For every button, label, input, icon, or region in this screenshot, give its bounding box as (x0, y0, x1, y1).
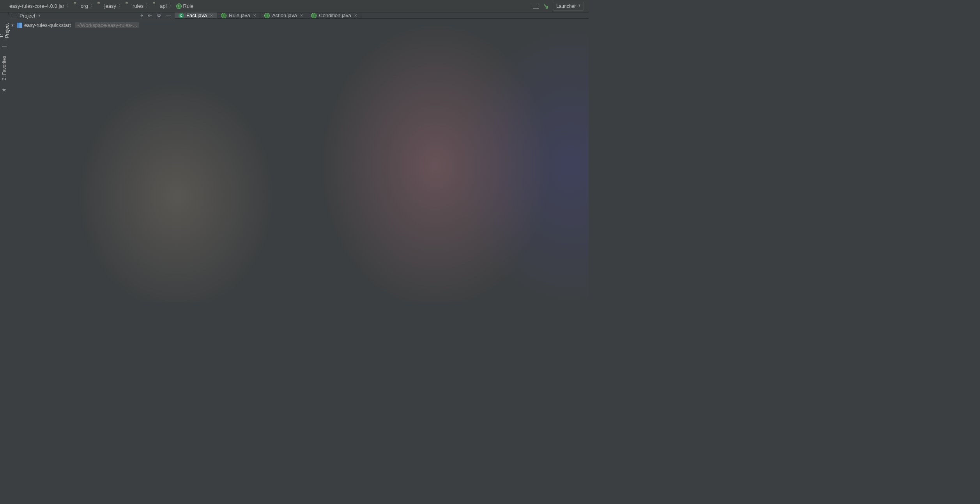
folder-icon (74, 4, 79, 9)
breadcrumb-bar: easy-rules-core-4.0.0.jar〉org〉jeasy〉rule… (0, 0, 589, 12)
layout-icon[interactable] (533, 4, 539, 9)
breadcrumb-item[interactable]: org (74, 3, 88, 9)
hide-icon[interactable]: — (166, 12, 171, 19)
editor-tab[interactable]: CFact.java× (175, 12, 217, 18)
folder-icon (153, 4, 158, 9)
breadcrumb-separator: 〉 (66, 2, 72, 10)
breadcrumb-label: jeasy (104, 3, 116, 9)
editor-tab[interactable]: ICondition.java× (307, 12, 361, 18)
close-icon[interactable]: × (300, 12, 303, 18)
breadcrumb-label: Rule (183, 3, 194, 9)
editor-tabs: CFact.java×IRule.java×IAction.java×ICond… (175, 12, 589, 19)
breadcrumb-separator: 〉 (90, 2, 96, 10)
project-view-icon (12, 13, 17, 18)
iface-icon: I (264, 13, 270, 18)
folder-icon (97, 4, 103, 9)
iface-icon: I (311, 13, 317, 18)
class-icon: C (179, 13, 184, 18)
gear-icon[interactable]: ⚙ (157, 12, 161, 19)
tab-label: Rule.java (229, 12, 250, 18)
project-tree[interactable]: ▼easy-rules-quickstart~/Workspace/easy-r… (9, 19, 174, 28)
expand-arrow-icon[interactable]: ▼ (10, 23, 15, 27)
editor-tab[interactable]: IRule.java× (217, 12, 260, 18)
breadcrumb-separator: 〉 (145, 2, 151, 10)
tab-label: Fact.java (186, 12, 207, 18)
breadcrumb-label: easy-rules-core-4.0.0.jar (9, 3, 64, 9)
tool-window-stripe-left: 1: Project 2: Favorites ★ (0, 12, 9, 15)
breadcrumb-item[interactable]: easy-rules-core-4.0.0.jar (2, 3, 64, 9)
breadcrumb-item[interactable]: rules (126, 3, 143, 9)
breadcrumb-separator: 〉 (118, 2, 124, 10)
breadcrumb-item[interactable]: IRule (176, 3, 194, 9)
close-icon[interactable]: × (354, 12, 357, 18)
tab-label: Action.java (272, 12, 297, 18)
breadcrumb-label: api (160, 3, 166, 9)
breadcrumb-item[interactable]: jeasy (97, 3, 116, 9)
tree-node[interactable]: ▼easy-rules-quickstart~/Workspace/easy-r… (9, 21, 174, 28)
tab-label: Condition.java (319, 12, 351, 18)
sidebar-title[interactable]: Project (19, 13, 35, 19)
iface-icon: I (176, 4, 182, 9)
tree-node-hint: ~/Workspace/easy-rules-… (75, 22, 139, 28)
breadcrumb-item[interactable]: api (153, 3, 166, 9)
jar-icon (2, 4, 8, 9)
stripe-tab-favorites[interactable]: 2: Favorites (1, 53, 8, 83)
collapse-icon[interactable]: ⇤ (148, 12, 152, 19)
chevron-down-icon[interactable]: ▼ (37, 14, 41, 18)
structure-icon[interactable] (2, 46, 7, 47)
locate-icon[interactable]: ⌖ (140, 12, 143, 19)
editor-tab[interactable]: IAction.java× (260, 12, 307, 18)
breadcrumb-separator: 〉 (168, 2, 175, 10)
iface-icon: I (221, 13, 226, 18)
breadcrumb-label: org (81, 3, 88, 9)
tree-node-label: easy-rules-quickstart (24, 22, 71, 28)
module-icon (16, 22, 23, 28)
favorites-star-icon[interactable]: ★ (2, 87, 7, 93)
back-icon[interactable]: ↘ (543, 2, 549, 11)
run-config-selector[interactable]: Launcher (553, 2, 584, 11)
close-icon[interactable]: × (253, 12, 256, 18)
close-icon[interactable]: × (210, 12, 213, 18)
breadcrumb-label: rules (133, 3, 143, 9)
folder-icon (126, 4, 131, 9)
